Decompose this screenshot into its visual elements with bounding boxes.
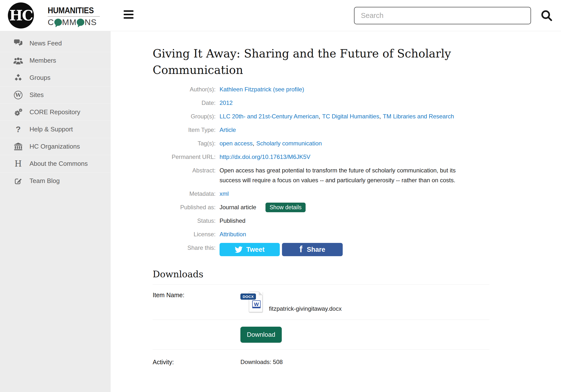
field-metadata: Metadata: xml [153, 189, 561, 199]
downloads-table: Item Name: W DOCX fitzpatrick-givingitaw… [153, 284, 489, 373]
members-icon [10, 56, 26, 65]
question-icon: ? [10, 125, 26, 134]
humanities-commons-logo[interactable]: HUMANITIES , CMMNS [48, 5, 104, 27]
activity-row: Activity: Downloads: 508 [153, 350, 489, 373]
sidebar-item-label: Members [30, 57, 56, 64]
sidebar-item-core-repository[interactable]: CORE Repository [0, 103, 111, 121]
tweet-button[interactable]: Tweet [220, 243, 280, 256]
separator: , [379, 113, 381, 120]
sidebar-item-team-blog[interactable]: Team Blog [0, 172, 111, 189]
field-label: Published as: [153, 202, 220, 212]
top-header: HC HUMANITIES , CMMNS [0, 0, 561, 31]
downloads-heading: Downloads [153, 269, 489, 280]
sidebar-item-news-feed[interactable]: News Feed [0, 35, 111, 52]
facebook-share-button[interactable]: f Share [282, 243, 343, 256]
abstract-text: Open access has great potential to trans… [220, 166, 465, 185]
status-value: Published [220, 216, 245, 226]
field-label: License: [153, 229, 220, 239]
field-label: Metadata: [153, 189, 220, 199]
sidebar-item-label: Help & Support [30, 126, 73, 133]
separator: , [319, 113, 320, 120]
activity-value: Downloads: 508 [240, 359, 283, 366]
group-link[interactable]: LLC 20th- and 21st-Century American [220, 113, 319, 120]
item-name-label: Item Name: [153, 292, 240, 313]
field-item-type: Item Type: Article [153, 125, 561, 135]
logo-divider [48, 16, 100, 17]
download-button[interactable]: Download [240, 327, 282, 343]
field-permanent-url: Permanent URL: http://dx.doi.org/10.1761… [153, 152, 561, 162]
svg-text:H: H [15, 159, 22, 168]
main-content: Giving It Away: Sharing and the Future o… [111, 31, 561, 392]
field-author: Author(s): Kathleen Fitzpatrick (see pro… [153, 84, 561, 94]
field-label: Item Type: [153, 125, 220, 135]
sidebar-item-groups[interactable]: Groups [0, 69, 111, 86]
tweet-button-label: Tweet [246, 246, 265, 253]
field-label: Abstract: [153, 166, 220, 185]
show-details-button[interactable]: Show details [266, 203, 305, 212]
sidebar-item-sites[interactable]: W Sites [0, 86, 111, 103]
activity-label: Activity: [153, 359, 240, 366]
logo-commons-ns: NS [85, 17, 97, 27]
speech-bubble-icon [77, 19, 84, 26]
field-tags: Tag(s): open access,Scholarly communicat… [153, 139, 561, 148]
twitter-bird-icon [235, 246, 243, 253]
field-label: Author(s): [153, 84, 220, 94]
downloads-section: Downloads Item Name: W DOCX fitzpatrick-… [153, 269, 489, 373]
field-groups: Group(s): LLC 20th- and 21st-Century Ame… [153, 112, 561, 121]
cubes-icon [10, 73, 26, 82]
sidebar-item-label: Sites [30, 91, 44, 99]
tag-link[interactable]: open access [220, 140, 253, 147]
group-link[interactable]: TC Digital Humanities [322, 113, 379, 120]
license-link[interactable]: Attribution [220, 231, 246, 238]
item-name-row: Item Name: W DOCX fitzpatrick-givingitaw… [153, 285, 489, 320]
docx-file-icon[interactable]: W DOCX [240, 292, 265, 313]
metadata-xml-link[interactable]: xml [220, 190, 229, 197]
field-label: Share this: [153, 243, 220, 256]
field-label: Date: [153, 98, 220, 108]
edit-icon [10, 177, 26, 185]
search-input[interactable] [354, 7, 531, 24]
sidebar-item-members[interactable]: Members [0, 52, 111, 69]
field-label: Group(s): [153, 112, 220, 121]
sidebar-item-label: About the Commons [30, 160, 88, 168]
docx-badge: DOCX [240, 294, 256, 300]
page-title: Giving It Away: Sharing and the Future o… [153, 45, 470, 78]
svg-text:W: W [15, 92, 21, 98]
h-letter-icon: H [10, 159, 26, 168]
sidebar-item-hc-organizations[interactable]: HC Organizations [0, 138, 111, 155]
search-icon[interactable] [540, 9, 553, 22]
item-type-link[interactable]: Article [220, 126, 236, 133]
svg-text:?: ? [16, 125, 21, 134]
field-label: Tag(s): [153, 139, 220, 148]
field-status: Status: Published [153, 216, 561, 226]
gears-icon [10, 108, 26, 117]
hc-logo-icon[interactable]: HC [8, 2, 34, 28]
menu-hamburger-icon[interactable] [124, 10, 134, 19]
sidebar-item-label: Team Blog [30, 177, 60, 185]
sidebar-nav: News Feed Members Groups W [0, 31, 111, 392]
comments-icon [10, 39, 26, 47]
field-label: Permanent URL: [153, 152, 220, 162]
share-button-label: Share [307, 246, 325, 253]
separator: , [253, 140, 254, 147]
sidebar-item-label: Groups [30, 74, 50, 82]
logo-commons-mm: MM [62, 17, 77, 27]
facebook-icon: f [299, 245, 302, 254]
bank-icon [10, 142, 26, 151]
word-file-glyph: W [252, 300, 261, 308]
tag-link[interactable]: Scholarly communication [256, 140, 322, 147]
field-label: Status: [153, 216, 220, 226]
field-abstract: Abstract: Open access has great potentia… [153, 166, 561, 185]
field-published-as: Published as: Journal articleShow detail… [153, 202, 561, 212]
field-date: Date: 2012 [153, 98, 561, 108]
sidebar-item-label: CORE Repository [30, 108, 80, 116]
sidebar-item-about-the-commons[interactable]: H About the Commons [0, 155, 111, 172]
author-link[interactable]: Kathleen Fitzpatrick (see profile) [220, 86, 304, 93]
group-link[interactable]: TM Libraries and Research [383, 113, 454, 120]
date-link[interactable]: 2012 [220, 99, 233, 106]
speech-bubble-icon [54, 19, 62, 26]
sidebar-item-help-support[interactable]: ? Help & Support [0, 121, 111, 138]
permanent-url-link[interactable]: http://dx.doi.org/10.17613/M6JK5V [220, 154, 310, 160]
logo-commons-text: , CMMNS [48, 17, 104, 27]
sidebar-item-label: HC Organizations [30, 143, 80, 150]
